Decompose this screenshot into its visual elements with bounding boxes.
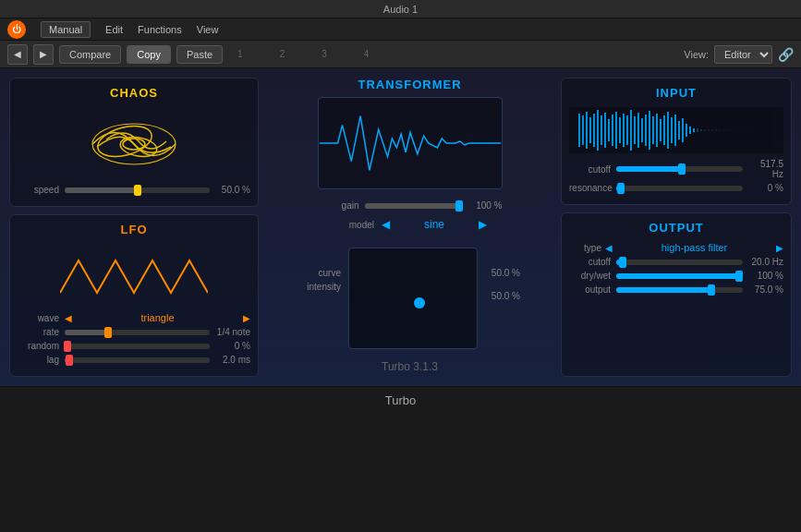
curve-dot[interactable] — [414, 297, 425, 308]
curve-label: curve — [299, 268, 341, 278]
speed-value: 50.0 % — [215, 185, 250, 195]
power-button[interactable]: ⏻ — [7, 20, 26, 39]
drywet-value: 100 % — [748, 271, 783, 281]
output-output-value: 75.0 % — [748, 284, 783, 295]
svg-rect-42 — [719, 129, 721, 131]
output-section: OUTPUT type ◀ high-pass filter ▶ cutoff … — [561, 212, 792, 377]
right-panel: INPUT — [552, 78, 792, 377]
speed-label: speed — [18, 185, 59, 195]
left-panel: CHAOS speed — [9, 78, 268, 377]
input-cutoff-slider[interactable] — [616, 166, 743, 172]
input-resonance-slider[interactable] — [616, 186, 743, 191]
output-title: OUTPUT — [569, 221, 783, 235]
output-output-label: output — [569, 284, 611, 295]
gain-value: 100 % — [467, 200, 503, 211]
drywet-label: dry/wet — [569, 271, 611, 281]
svg-rect-30 — [674, 115, 676, 146]
svg-rect-9 — [597, 110, 599, 151]
svg-rect-22 — [645, 115, 647, 146]
svg-rect-29 — [671, 117, 673, 143]
svg-rect-11 — [604, 113, 606, 148]
svg-rect-26 — [660, 119, 661, 141]
intensity-value: 50.0 % — [485, 291, 520, 301]
next-button[interactable]: ▶ — [33, 44, 54, 65]
svg-rect-21 — [641, 118, 643, 142]
random-slider[interactable] — [65, 344, 210, 349]
svg-rect-52 — [756, 129, 758, 130]
type-next[interactable]: ▶ — [776, 243, 783, 253]
svg-rect-45 — [730, 129, 732, 130]
chaos-title: CHAOS — [18, 86, 250, 100]
prev-button[interactable]: ◀ — [7, 44, 28, 65]
lag-value: 2.0 ms — [215, 355, 250, 365]
input-waveform-svg — [578, 110, 782, 151]
gain-label: gain — [318, 200, 359, 211]
model-prev[interactable]: ◀ — [382, 218, 390, 231]
svg-rect-27 — [663, 115, 665, 145]
svg-rect-20 — [637, 113, 639, 148]
model-next[interactable]: ▶ — [479, 218, 487, 231]
output-cutoff-slider[interactable] — [616, 260, 743, 265]
input-section: INPUT — [561, 78, 792, 205]
svg-rect-19 — [634, 116, 636, 144]
svg-rect-5 — [582, 115, 584, 145]
drywet-slider[interactable] — [616, 273, 743, 279]
svg-rect-35 — [693, 128, 695, 132]
svg-rect-37 — [700, 129, 702, 131]
speed-row: speed 50.0 % — [18, 185, 250, 195]
link-icon[interactable]: 🔗 — [778, 47, 794, 62]
svg-rect-51 — [752, 129, 754, 130]
curve-values: 50.0 % 50.0 % — [485, 240, 520, 301]
plugin-name: Turbo — [385, 393, 416, 407]
middle-panel: TRANSFORMER gain 100 % model ◀ sine ▶ — [268, 78, 552, 377]
lag-slider[interactable] — [65, 357, 210, 363]
chaos-svg — [69, 112, 199, 176]
input-title: INPUT — [569, 86, 783, 100]
svg-rect-23 — [649, 111, 650, 150]
output-output-slider[interactable] — [616, 287, 743, 293]
chaos-section: CHAOS speed — [9, 78, 259, 207]
type-label: type — [569, 243, 601, 253]
gain-slider[interactable] — [365, 203, 462, 209]
svg-rect-47 — [737, 129, 739, 130]
svg-rect-50 — [748, 129, 750, 130]
copy-button[interactable]: Copy — [127, 45, 171, 64]
wave-next[interactable]: ▶ — [243, 313, 250, 323]
svg-rect-34 — [689, 127, 691, 134]
svg-rect-8 — [593, 114, 595, 147]
paste-button[interactable]: Paste — [176, 45, 223, 64]
compare-button[interactable]: Compare — [59, 45, 121, 64]
curve-area: curve intensity 50.0 % 50.0 % — [299, 240, 520, 349]
svg-rect-24 — [652, 116, 654, 144]
input-resonance-row: resonance 0 % — [569, 183, 783, 193]
rate-label: rate — [18, 327, 59, 337]
plugin-area: CHAOS speed — [0, 68, 801, 386]
rate-value: 1/4 note — [215, 327, 250, 337]
type-row: type ◀ high-pass filter ▶ — [569, 242, 783, 253]
menu-functions[interactable]: Functions — [138, 24, 182, 35]
lfo-title: LFO — [18, 223, 250, 236]
view-select[interactable]: Editor — [714, 45, 772, 64]
menu-view[interactable]: View — [197, 24, 219, 35]
type-prev[interactable]: ◀ — [605, 243, 613, 253]
menu-bar: ⏻ Manual Edit Functions View — [0, 18, 801, 41]
random-value: 0 % — [215, 341, 250, 351]
svg-rect-18 — [630, 110, 632, 151]
speed-slider[interactable] — [65, 187, 210, 193]
lfo-section: LFO wave ◀ triangle ▶ rate 1/4 note — [9, 214, 259, 377]
manual-button[interactable]: Manual — [41, 21, 91, 38]
rate-slider[interactable] — [65, 330, 210, 335]
menu-edit[interactable]: Edit — [105, 24, 123, 35]
model-label: model — [333, 220, 374, 230]
gain-row: gain 100 % — [318, 200, 503, 211]
wave-prev[interactable]: ◀ — [65, 313, 72, 323]
input-resonance-label: resonance — [569, 183, 611, 193]
curve-box[interactable] — [348, 248, 478, 349]
svg-rect-15 — [619, 117, 621, 143]
svg-rect-54 — [763, 129, 765, 130]
svg-rect-31 — [678, 121, 680, 139]
view-label: View: — [684, 49, 709, 60]
svg-rect-46 — [734, 129, 735, 130]
svg-rect-48 — [741, 129, 743, 130]
output-cutoff-label: cutoff — [569, 257, 611, 267]
